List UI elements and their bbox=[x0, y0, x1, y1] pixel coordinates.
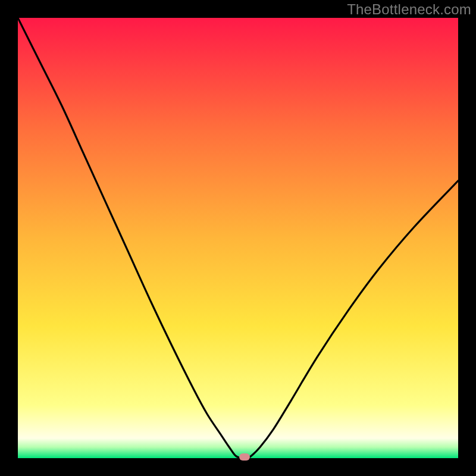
chart-frame: TheBottleneck.com bbox=[0, 0, 476, 476]
watermark-text: TheBottleneck.com bbox=[347, 1, 471, 18]
optimum-marker bbox=[239, 453, 250, 461]
chart-background bbox=[18, 18, 458, 458]
bottleneck-chart bbox=[18, 18, 458, 458]
